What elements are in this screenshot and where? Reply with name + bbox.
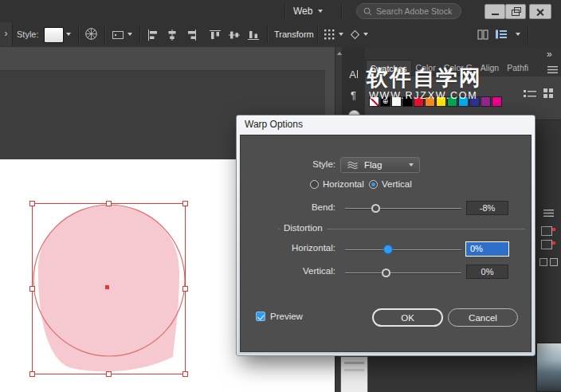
close-icon <box>536 8 544 16</box>
dialog-body: Style: Flag Horizontal Vertical Bend: -8… <box>240 135 532 352</box>
panel-menu-icon[interactable] <box>547 65 558 75</box>
minimize-button[interactable] <box>484 4 505 19</box>
chevron-down-icon <box>318 10 323 13</box>
shape-dropdown-chevron[interactable] <box>128 33 132 36</box>
stroke-indicator-icon[interactable] <box>541 240 552 249</box>
align-right-icon[interactable] <box>185 29 198 43</box>
bend-slider-thumb[interactable] <box>371 204 380 213</box>
selection-handle[interactable] <box>183 372 188 377</box>
preview-label[interactable]: Preview <box>270 312 303 321</box>
fill-indicator-icon[interactable] <box>541 226 552 236</box>
distortion-vertical-label: Vertical: <box>272 266 335 276</box>
selection-handle[interactable] <box>107 372 112 377</box>
align-bottom-icon[interactable] <box>247 29 260 43</box>
cancel-button[interactable]: Cancel <box>448 308 518 327</box>
controlbar-separator <box>317 26 318 43</box>
flag-style-icon <box>347 161 359 170</box>
selection-handle[interactable] <box>30 202 35 206</box>
horizontal-radio[interactable] <box>310 180 319 189</box>
vertical-slider-thumb[interactable] <box>382 269 390 277</box>
selection-handle[interactable] <box>107 202 112 206</box>
grid-view-icon[interactable] <box>543 88 554 100</box>
horizontal-value-field[interactable]: 0% <box>465 241 509 257</box>
app-titlebar: Web Search Adobe Stock <box>0 0 561 23</box>
minimize-icon <box>492 14 499 15</box>
preview-checkbox[interactable] <box>256 312 265 321</box>
watermark-site-name: 软件自学网 <box>367 64 482 92</box>
toolbar-expand-button[interactable]: › <box>0 22 13 46</box>
dropdown-chevron-icon <box>409 163 414 167</box>
fill-red-dot <box>552 228 555 231</box>
panel-menu-icon-2[interactable] <box>543 209 554 218</box>
search-adobe-stock-input[interactable]: Search Adobe Stock <box>356 3 461 19</box>
paragraph-panel-icon[interactable]: ¶ <box>342 89 365 101</box>
character-panel-icon[interactable]: A <box>342 69 365 80</box>
swatch-ec008c[interactable] <box>492 96 502 107</box>
small-panel-icon-2[interactable] <box>550 258 558 266</box>
illustrator-window: Web Search Adobe Stock › Style: <box>0 0 561 392</box>
small-panel-icon[interactable] <box>539 258 547 266</box>
align-middle-vertical-icon[interactable] <box>228 29 241 43</box>
controlbar-separator <box>78 26 79 43</box>
titlebar-separator <box>284 3 285 19</box>
swatch-92278f[interactable] <box>481 96 491 107</box>
list-view-icon[interactable] <box>524 89 536 100</box>
titlebar-separator-2 <box>341 3 342 19</box>
warp-style-dropdown[interactable]: Flag <box>340 157 420 173</box>
style-label: Style: <box>17 29 39 39</box>
watermark-site-url: WWW.RJZXW.COM <box>369 90 478 101</box>
selected-artwork[interactable] <box>22 198 191 382</box>
horizontal-radio-label[interactable]: Horizontal <box>323 179 364 189</box>
vertical-radio-label[interactable]: Vertical <box>382 179 412 189</box>
align-top-icon[interactable] <box>209 29 222 43</box>
warp-style-value: Flag <box>364 160 382 170</box>
reference-dropdown-chevron[interactable] <box>339 33 343 36</box>
panel-tab-pathfi[interactable]: Pathfi <box>503 60 532 76</box>
search-icon <box>363 7 372 16</box>
close-button[interactable] <box>529 4 551 19</box>
align-center-horizontal-icon[interactable] <box>166 29 178 43</box>
warp-style-label: Style: <box>272 159 335 169</box>
restore-button[interactable] <box>505 4 526 19</box>
document-columns-icon[interactable] <box>477 29 488 41</box>
bend-value-field[interactable]: -8% <box>466 201 508 215</box>
isolate-selection-icon[interactable] <box>349 29 361 42</box>
graphic-style-thumbnail[interactable] <box>44 27 64 43</box>
isolate-dropdown-chevron[interactable] <box>363 33 368 36</box>
stroke-red-dot <box>552 241 555 245</box>
scroll-up-icon[interactable] <box>337 52 342 55</box>
controlbar-separator <box>267 26 268 43</box>
bend-slider-track[interactable] <box>345 208 461 210</box>
control-bar: › Style: Transform <box>0 22 561 48</box>
double-chevron-icon: » <box>547 49 551 60</box>
selection-handle[interactable] <box>183 202 188 206</box>
expand-glyph: › <box>5 28 8 39</box>
selection-handle[interactable] <box>30 287 35 292</box>
shape-properties-icon[interactable] <box>112 29 124 42</box>
search-placeholder: Search Adobe Stock <box>376 6 452 16</box>
style-dropdown-chevron[interactable] <box>66 33 71 36</box>
panel-thumbnail-image <box>536 343 561 392</box>
partial-panel-preview <box>340 356 368 392</box>
ok-button[interactable]: OK <box>372 308 443 327</box>
controlbar-separator <box>528 26 528 43</box>
align-left-icon[interactable] <box>147 29 159 43</box>
collapse-panels-chevrons[interactable]: » <box>547 49 551 60</box>
selection-handle[interactable] <box>183 287 188 292</box>
distortion-group-label: Distortion <box>280 223 327 233</box>
shape-center-point[interactable] <box>105 285 109 289</box>
vertical-radio[interactable] <box>369 180 378 189</box>
transform-button[interactable]: Transform <box>274 29 314 39</box>
vertical-value-field[interactable]: 0% <box>466 265 508 279</box>
horizontal-slider-thumb[interactable] <box>383 245 393 254</box>
vertical-slider-track[interactable] <box>345 272 461 274</box>
reference-point-icon[interactable] <box>324 29 335 41</box>
recolor-artwork-icon[interactable] <box>84 27 98 42</box>
controlbar-separator <box>104 26 105 43</box>
paragraph-glyph: ¶ <box>351 89 356 101</box>
workspace-dropdown-chevron[interactable] <box>516 33 520 36</box>
selection-handle[interactable] <box>30 372 35 377</box>
web-workspace-menu[interactable]: Web <box>293 0 323 22</box>
horizontal-slider-track[interactable] <box>345 249 461 251</box>
workspace-dock-icon[interactable] <box>495 29 508 41</box>
